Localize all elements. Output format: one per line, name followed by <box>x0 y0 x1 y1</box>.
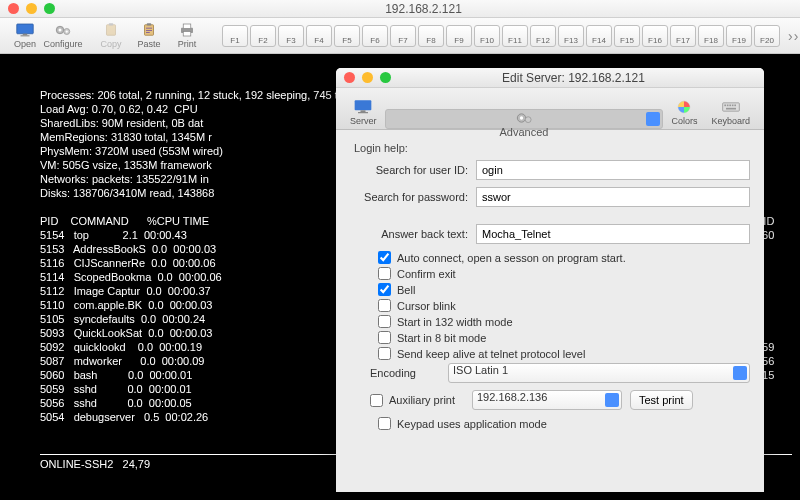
tab-keyboard[interactable]: Keyboard <box>705 95 756 129</box>
cursor-blink-label: Cursor blink <box>397 300 456 312</box>
dialog-close-button[interactable] <box>344 72 355 83</box>
svg-rect-7 <box>107 25 116 36</box>
svg-rect-18 <box>361 110 366 112</box>
configure-button[interactable]: Configure <box>46 22 80 49</box>
aux-print-checkbox[interactable]: Auxiliary print <box>370 394 464 407</box>
dialog-window-controls <box>344 72 391 83</box>
svg-rect-0 <box>17 24 34 34</box>
login-help-label: Login help: <box>354 142 750 154</box>
dialog-tabs: Server Advanced Colors Keyboard <box>336 88 764 130</box>
encoding-select[interactable]: ISO Latin 1▴▾ <box>448 363 750 383</box>
print-label: Print <box>178 39 197 49</box>
password-field[interactable] <box>476 187 750 207</box>
svg-rect-8 <box>109 23 114 25</box>
svg-rect-30 <box>726 108 736 110</box>
fkey-f20[interactable]: F20 <box>754 25 780 47</box>
keepalive-label: Send keep alive at telnet protocol level <box>397 348 585 360</box>
copy-button[interactable]: Copy <box>94 22 128 49</box>
svg-rect-12 <box>146 30 152 31</box>
keyboard-icon <box>720 98 742 116</box>
bell-checkbox[interactable]: Bell <box>378 283 750 296</box>
gears-icon <box>513 110 535 126</box>
toolbar-overflow-icon[interactable]: ›› <box>784 28 800 44</box>
cursor-blink-checkbox[interactable]: Cursor blink <box>378 299 750 312</box>
confirm-exit-checkbox[interactable]: Confirm exit <box>378 267 750 280</box>
svg-rect-16 <box>183 32 191 37</box>
password-label: Search for password: <box>350 191 468 203</box>
fkey-f1[interactable]: F1 <box>222 25 248 47</box>
fkey-f10[interactable]: F10 <box>474 25 500 47</box>
open-button[interactable]: Open <box>8 22 42 49</box>
user-id-label: Search for user ID: <box>350 164 468 176</box>
fkey-f12[interactable]: F12 <box>530 25 556 47</box>
fkey-f16[interactable]: F16 <box>642 25 668 47</box>
fkey-f14[interactable]: F14 <box>586 25 612 47</box>
svg-rect-26 <box>727 105 729 107</box>
fkey-f9[interactable]: F9 <box>446 25 472 47</box>
svg-rect-29 <box>734 105 736 107</box>
fkey-f11[interactable]: F11 <box>502 25 528 47</box>
paste-button[interactable]: Paste <box>132 22 166 49</box>
fkey-f4[interactable]: F4 <box>306 25 332 47</box>
edit-server-dialog: Edit Server: 192.168.2.121 Server Advanc… <box>336 68 764 492</box>
minimize-window-button[interactable] <box>26 3 37 14</box>
clipboard-paste-icon <box>139 22 159 38</box>
start-132-checkbox[interactable]: Start in 132 width mode <box>378 315 750 328</box>
svg-rect-13 <box>146 32 150 33</box>
monitor-icon <box>15 22 35 38</box>
bell-label: Bell <box>397 284 415 296</box>
fkey-f18[interactable]: F18 <box>698 25 724 47</box>
svg-point-4 <box>59 29 62 32</box>
aux-print-select[interactable]: 192.168.2.136▴▾ <box>472 390 622 410</box>
toolbar: Open Configure Copy Paste Print F1F2F3F4… <box>0 18 800 54</box>
fkey-f6[interactable]: F6 <box>362 25 388 47</box>
keypad-app-checkbox[interactable]: Keypad uses application mode <box>378 417 750 430</box>
confirm-exit-label: Confirm exit <box>397 268 456 280</box>
keepalive-checkbox[interactable]: Send keep alive at telnet protocol level <box>378 347 750 360</box>
copy-label: Copy <box>100 39 121 49</box>
gears-icon <box>53 22 73 38</box>
fkey-f15[interactable]: F15 <box>614 25 640 47</box>
test-print-button[interactable]: Test print <box>630 390 693 410</box>
svg-rect-15 <box>183 24 191 29</box>
svg-rect-25 <box>724 105 726 107</box>
start-132-label: Start in 132 width mode <box>397 316 513 328</box>
user-id-field[interactable] <box>476 160 750 180</box>
aux-print-label: Auxiliary print <box>389 394 455 406</box>
fkey-f2[interactable]: F2 <box>250 25 276 47</box>
fkey-f13[interactable]: F13 <box>558 25 584 47</box>
fkey-f3[interactable]: F3 <box>278 25 304 47</box>
svg-rect-11 <box>146 28 152 29</box>
configure-label: Configure <box>43 39 82 49</box>
close-window-button[interactable] <box>8 3 19 14</box>
tab-server[interactable]: Server <box>344 95 383 129</box>
monitor-icon <box>352 98 374 116</box>
zoom-window-button[interactable] <box>44 3 55 14</box>
fkey-f8[interactable]: F8 <box>418 25 444 47</box>
dialog-minimize-button[interactable] <box>362 72 373 83</box>
tab-colors[interactable]: Colors <box>665 95 703 129</box>
svg-point-22 <box>525 117 531 123</box>
printer-icon <box>177 22 197 38</box>
tab-keyboard-label: Keyboard <box>711 116 750 126</box>
auto-connect-checkbox[interactable]: Auto connect, open a sesson on program s… <box>378 251 750 264</box>
fkey-f17[interactable]: F17 <box>670 25 696 47</box>
fkey-f5[interactable]: F5 <box>334 25 360 47</box>
paste-label: Paste <box>137 39 160 49</box>
svg-rect-24 <box>722 103 739 111</box>
answer-back-field[interactable] <box>476 224 750 244</box>
auto-connect-label: Auto connect, open a sesson on program s… <box>397 252 626 264</box>
fkey-f19[interactable]: F19 <box>726 25 752 47</box>
svg-point-6 <box>66 30 68 32</box>
fkey-f7[interactable]: F7 <box>390 25 416 47</box>
svg-rect-17 <box>355 100 372 110</box>
dialog-title: Edit Server: 192.168.2.121 <box>391 71 756 85</box>
tab-advanced[interactable]: Advanced <box>385 109 664 129</box>
svg-rect-10 <box>147 23 152 25</box>
function-keys: F1F2F3F4F5F6F7F8F9F10F11F12F13F14F15F16F… <box>222 25 780 47</box>
dialog-zoom-button[interactable] <box>380 72 391 83</box>
tab-server-label: Server <box>350 116 377 126</box>
start-8bit-checkbox[interactable]: Start in 8 bit mode <box>378 331 750 344</box>
clipboard-copy-icon <box>101 22 121 38</box>
print-button[interactable]: Print <box>170 22 204 49</box>
